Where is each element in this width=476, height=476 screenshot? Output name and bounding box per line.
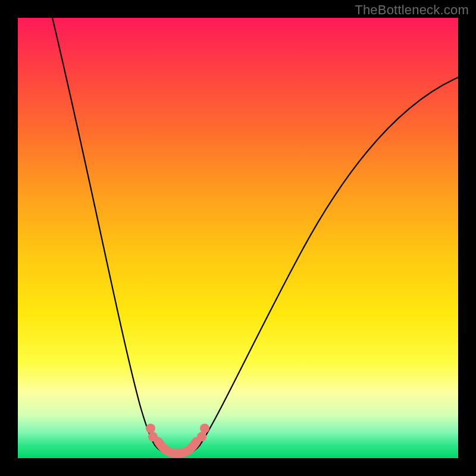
svg-point-2 (197, 432, 206, 441)
watermark-text: TheBottleneck.com (355, 2, 469, 18)
svg-point-0 (146, 424, 155, 433)
svg-point-3 (200, 424, 209, 433)
chart-frame: TheBottleneck.com (0, 0, 476, 476)
plot-area (18, 18, 458, 458)
svg-point-1 (148, 432, 158, 441)
bottleneck-curve (18, 18, 458, 458)
